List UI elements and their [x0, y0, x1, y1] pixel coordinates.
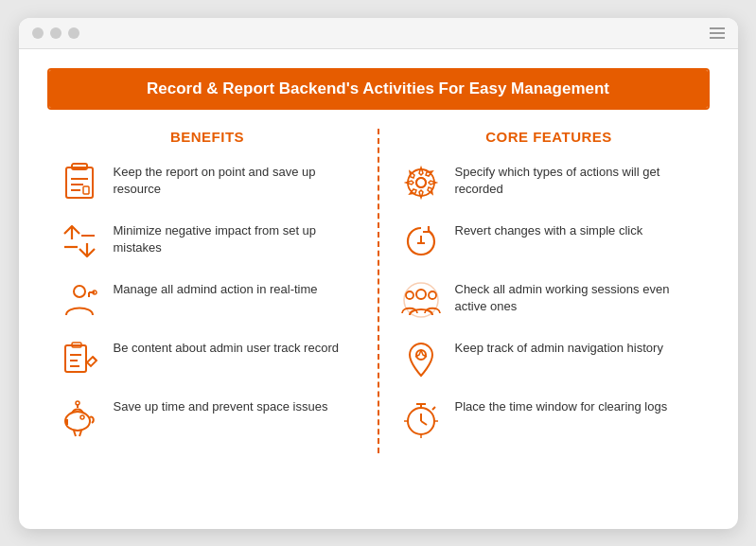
svg-point-29 [416, 178, 426, 187]
header-box: Record & Report Backend's Activities For… [47, 68, 710, 110]
dot-1 [32, 27, 44, 39]
time-window-icon [398, 395, 444, 440]
svg-rect-5 [83, 186, 89, 194]
feature-2-text: Revert changes with a simple click [455, 219, 643, 240]
svg-point-25 [76, 401, 79, 405]
feature-3-text: Check all admin working sessions even ac… [455, 277, 700, 317]
app-window: Record & Report Backend's Activities For… [19, 18, 738, 529]
svg-rect-14 [65, 345, 86, 372]
svg-point-32 [416, 290, 426, 299]
svg-point-34 [429, 291, 436, 299]
revert-icon [398, 219, 444, 264]
feature-5-text: Place the time window for clearing logs [455, 395, 668, 416]
benefit-5-text: Save up time and prevent space issues [114, 395, 328, 416]
list-item: Keep the report on point and save up res… [57, 160, 359, 205]
benefit-3-text: Manage all admind action in real-time [114, 277, 318, 299]
svg-point-33 [406, 291, 413, 299]
svg-line-39 [421, 421, 427, 425]
features-heading: CORE FEATURES [398, 129, 700, 145]
dot-3 [68, 27, 79, 39]
report-icon [57, 160, 102, 205]
list-item: Revert changes with a simple click [398, 219, 700, 264]
list-item: Save up time and prevent space issues [57, 395, 359, 440]
titlebar [19, 18, 738, 49]
list-item: Check all admin working sessions even ac… [398, 277, 700, 323]
svg-point-10 [74, 286, 85, 297]
list-item: Manage all admind action in real-time [57, 277, 359, 323]
list-item: Be content about admin user track record [57, 336, 359, 381]
benefits-heading: BENEFITS [57, 129, 359, 145]
svg-point-23 [80, 415, 84, 419]
svg-line-21 [79, 431, 81, 436]
svg-point-28 [408, 169, 434, 196]
list-item: Specify which types of actions will get … [398, 160, 700, 205]
svg-point-20 [65, 412, 90, 431]
list-item: Place the time window for clearing logs [398, 395, 700, 440]
track-record-icon [57, 336, 102, 381]
list-item: Keep track of admin navigation history [398, 336, 700, 381]
feature-4-text: Keep track of admin navigation history [455, 336, 663, 358]
benefit-2-text: Minimize negative impact from set up mis… [114, 219, 359, 258]
svg-line-22 [74, 431, 76, 436]
two-column-layout: BENEFITS Keep the report on point [47, 129, 710, 453]
benefit-4-text: Be content about admin user track record [114, 336, 339, 358]
benefit-1-text: Keep the report on point and save up res… [114, 160, 359, 200]
save-time-icon [57, 395, 102, 440]
sessions-icon [398, 277, 444, 323]
admin-action-icon [57, 277, 102, 323]
feature-1-text: Specify which types of actions will get … [455, 160, 700, 200]
main-content: Record & Report Backend's Activities For… [19, 49, 738, 476]
specify-icon [398, 160, 444, 205]
minimize-icon [57, 219, 102, 264]
benefits-column: BENEFITS Keep the report on point [47, 129, 379, 453]
list-item: Minimize negative impact from set up mis… [57, 219, 359, 264]
svg-line-19 [93, 357, 97, 361]
page-title: Record & Report Backend's Activities For… [49, 70, 708, 108]
dot-2 [50, 27, 62, 39]
navigation-icon [398, 336, 444, 381]
features-column: CORE FEATURES [379, 129, 710, 453]
menu-icon[interactable] [710, 27, 725, 39]
svg-line-42 [432, 407, 435, 410]
